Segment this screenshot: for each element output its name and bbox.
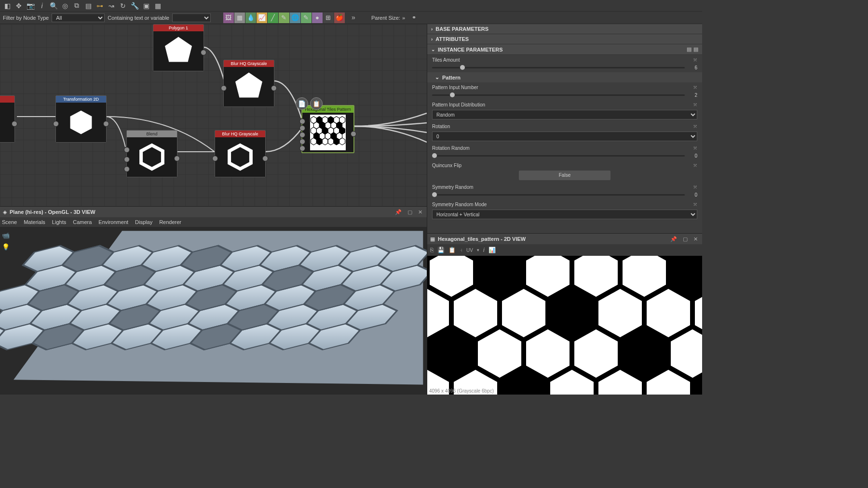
preset-icon[interactable]: ▤ [687,46,692,53]
mode-brush-icon[interactable]: ✎ [279,13,289,23]
view2d-export-icon[interactable]: ⎘ [430,247,434,253]
mode-circle-icon[interactable]: ● [312,13,323,23]
chevron-right-icon: › [431,37,433,42]
pattern-input-number-value: 2 [689,92,697,98]
accordion-attrs[interactable]: › ATTRIBUTES [427,34,702,44]
symmetry-random-slider[interactable] [432,194,685,196]
node-partial[interactable]: 1 [0,95,15,143]
menu-materials[interactable]: Materials [24,219,45,225]
tool-wrench-icon[interactable]: 🔧 [129,1,140,11]
mode-graph-icon[interactable]: ╱ [268,13,278,23]
pin-icon[interactable]: ⤱ [693,184,697,190]
view2d-uv-label[interactable]: UV [466,248,473,253]
node-polygon[interactable]: Polygon 1 [153,24,204,71]
maximize-icon[interactable]: ▢ [406,209,414,215]
view2d-copy-icon[interactable]: 📋 [448,247,456,253]
view2d-toolbar: ⎘ 💾 📋 ⫞ UV ▾ i 📊 [427,244,702,256]
view2d-save-icon[interactable]: 💾 [437,247,445,253]
menu-scene[interactable]: Scene [2,219,17,225]
accordion-base[interactable]: › BASE PARAMETERS [427,24,702,34]
pattern-dist-select[interactable]: Random [432,110,697,119]
pin-icon[interactable]: ⤱ [693,102,697,108]
node-blend-title: Blend [127,131,177,137]
mode-gray-icon[interactable]: ▦ [234,13,245,23]
quincunx-toggle[interactable]: False [519,171,610,180]
view3d-light-icon[interactable]: 💡 [2,243,11,252]
close-icon[interactable]: ✕ [417,209,424,215]
view2d-histogram-icon[interactable]: 📊 [488,247,496,253]
filter-type-select[interactable]: All [52,13,105,22]
pin-icon[interactable]: ⤱ [693,123,697,130]
mode-image-icon[interactable]: 🖼 [223,13,234,23]
tool-select-icon[interactable]: ◧ [2,1,13,11]
accordion-pattern[interactable]: ⌄ Pattern [427,72,702,82]
node-blur2[interactable]: Blur HQ Grayscale [215,130,266,177]
view2d-split-icon[interactable]: ⫞ [460,247,462,253]
pin-icon[interactable]: 📌 [669,236,678,242]
containing-select[interactable] [172,13,211,22]
pin-icon[interactable]: ⤱ [693,162,697,169]
symmetry-mode-select[interactable]: Horizontal + Vertical [432,210,697,219]
tool-center-icon[interactable]: ◎ [60,1,70,11]
menu-camera[interactable]: Camera [73,219,92,225]
param-pattern-dist: Pattern Input Distribution⤱ Random [427,100,702,121]
menu-lights[interactable]: Lights [52,219,66,225]
node-graph[interactable]: 1 Polygon 1 Transformation 2D [0,24,427,206]
node-partial-title: 1 [0,96,14,103]
tool-camera-icon[interactable]: 📷 [25,1,36,11]
node-transform[interactable]: Transformation 2D [55,95,107,143]
preset2-icon[interactable]: ▤ [693,46,698,53]
param-quincunx: Quincunx Flip⤱ False [427,160,702,182]
mode-more-icon[interactable]: » [348,13,359,22]
node-action-save-icon[interactable]: 📋 [310,97,323,110]
pin-icon[interactable]: ⤱ [693,201,697,208]
rotation-select[interactable]: 0 [432,132,697,141]
pin-icon[interactable]: 📌 [393,209,403,215]
menu-environment[interactable]: Environment [98,219,128,225]
close-icon[interactable]: ✕ [692,236,699,242]
svg-marker-2 [141,145,163,169]
tool-refresh-icon[interactable]: ↻ [118,1,128,11]
node-action-copy-icon[interactable]: 📄 [296,97,308,110]
svg-marker-4 [230,145,251,169]
pin-icon[interactable]: ⤱ [693,145,697,151]
chevron-down-icon: ⌄ [435,74,439,80]
view3d-camera-icon[interactable]: 📹 [2,232,11,240]
mode-grid-icon[interactable]: ⊞ [323,13,334,23]
view3d-viewport[interactable]: 📹 💡 [0,227,427,395]
menu-renderer[interactable]: Renderer [159,219,181,225]
tool-zoom-icon[interactable]: 🔍 [48,1,59,11]
tool-crop-icon[interactable]: ▦ [152,1,163,11]
pin-icon[interactable]: ⤱ [693,84,697,91]
pattern-input-number-slider[interactable] [432,94,685,96]
node-blend[interactable]: Blend [126,130,177,177]
mode-drop-icon[interactable]: 💧 [245,13,256,23]
maximize-icon[interactable]: ▢ [681,236,689,242]
mode-leaf-icon[interactable]: ✎ [301,13,312,23]
pin-icon[interactable]: ⤱ [693,57,697,63]
param-pattern-input-number: Pattern Input Number⤱ 2 [427,82,702,100]
tool-move-icon[interactable]: ✥ [14,1,24,11]
tiles-amount-slider[interactable] [432,67,685,68]
mode-curve-icon[interactable]: 📈 [257,13,267,23]
tool-frame-icon[interactable]: ▣ [141,1,151,11]
accordion-instance[interactable]: ⌄ INSTANCE PARAMETERS ▤▤ [427,44,702,55]
node-hextiles[interactable]: 📄 📋 Hexagonal Tiles Pattern [301,105,354,153]
view2d-info-icon[interactable]: i [483,247,485,253]
tool-hierarchy-icon[interactable]: ⧉ [71,1,82,11]
tool-curve-icon[interactable]: ↝ [106,1,117,11]
tiles-amount-value: 6 [689,65,697,70]
chevron-right-icon: › [431,26,433,32]
mode-apple-icon[interactable]: 🍎 [334,13,345,23]
tool-align-icon[interactable]: ▤ [83,1,94,11]
parent-size-value-icon[interactable]: » [402,15,405,21]
parent-size-link-icon[interactable]: ⚭ [412,14,416,21]
menu-display[interactable]: Display [135,219,152,225]
chevron-down-icon[interactable]: ▾ [477,248,479,252]
rotation-random-slider[interactable] [432,155,685,157]
mode-globe-icon[interactable]: 🌐 [290,13,300,23]
node-blur1[interactable]: Blur HQ Grayscale [223,60,274,107]
view2d-viewport[interactable]: 4096 x 4096 (Grayscale 6bpc) [427,256,702,395]
tool-info-icon[interactable]: i [37,1,47,11]
tool-link-icon[interactable]: ⊶ [95,1,105,11]
